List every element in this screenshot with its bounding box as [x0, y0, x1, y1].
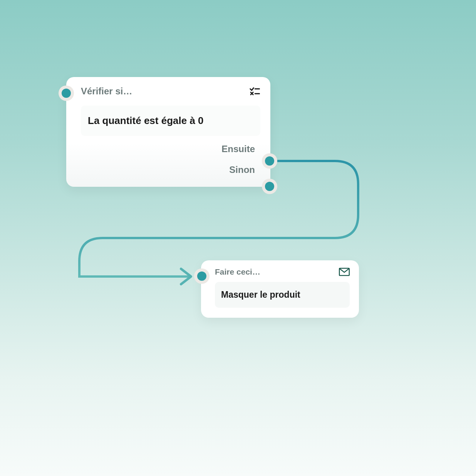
- action-input-port[interactable]: [194, 268, 210, 284]
- workflow-canvas[interactable]: Vérifier si… La quantité est égale à 0 E…: [0, 0, 476, 476]
- action-text[interactable]: Masquer le produit: [215, 282, 350, 308]
- mail-icon: [339, 268, 350, 276]
- condition-node-title: Vérifier si…: [81, 86, 132, 97]
- port-dot-icon: [265, 182, 274, 191]
- port-dot-icon: [265, 156, 274, 166]
- output-else-label: Sinon: [229, 164, 255, 175]
- checklist-icon: [249, 85, 260, 97]
- condition-node[interactable]: Vérifier si… La quantité est égale à 0 E…: [66, 77, 270, 187]
- action-node-header: Faire ceci…: [215, 267, 350, 277]
- action-node[interactable]: Faire ceci… Masquer le produit: [201, 260, 359, 318]
- port-dot-icon: [197, 272, 206, 281]
- action-node-title: Faire ceci…: [215, 267, 260, 277]
- condition-text[interactable]: La quantité est égale à 0: [81, 106, 260, 136]
- connector-then-to-action: [0, 0, 476, 476]
- output-then-label: Ensuite: [221, 144, 255, 154]
- condition-then-port[interactable]: [262, 153, 277, 169]
- port-dot-icon: [62, 89, 71, 98]
- condition-node-header: Vérifier si…: [81, 85, 260, 97]
- condition-input-port[interactable]: [59, 85, 74, 101]
- condition-else-port[interactable]: [262, 179, 277, 194]
